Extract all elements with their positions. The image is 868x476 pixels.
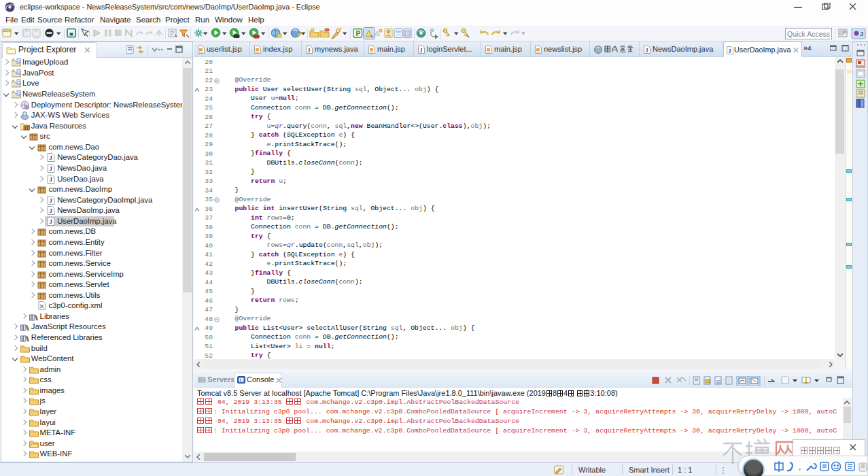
svg-text:J: J — [860, 31, 863, 37]
svg-text:J: J — [50, 154, 53, 161]
svg-text:J: J — [50, 176, 53, 183]
svg-text:J: J — [308, 48, 311, 54]
svg-text:J: J — [18, 69, 21, 74]
svg-text:J: J — [18, 59, 21, 64]
svg-text:J: J — [50, 165, 53, 172]
svg-text:J: J — [18, 90, 21, 95]
svg-text:P: P — [356, 30, 361, 37]
svg-text:J: J — [646, 48, 648, 54]
svg-text:J: J — [420, 48, 423, 54]
svg-text:J: J — [50, 218, 53, 225]
svg-text:J: J — [729, 48, 731, 54]
svg-text:J: J — [50, 207, 53, 214]
svg-text:J: J — [18, 80, 21, 85]
svg-text:J: J — [50, 197, 53, 204]
